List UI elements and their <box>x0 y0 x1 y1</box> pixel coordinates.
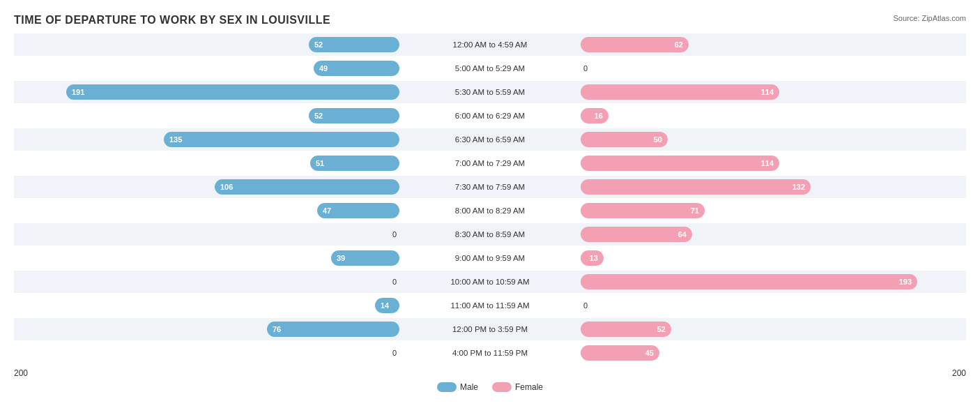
chart-container: TIME OF DEPARTURE TO WORK BY SEX IN LOUI… <box>0 0 980 415</box>
female-side: 0 <box>581 61 604 76</box>
chart-title: TIME OF DEPARTURE TO WORK BY SEX IN LOUI… <box>14 14 966 27</box>
time-label: 6:30 AM to 6:59 AM <box>399 135 581 144</box>
table-row: 04:00 PM to 11:59 PM45 <box>14 342 966 364</box>
female-value-inside: 132 <box>581 183 811 191</box>
time-label: 12:00 PM to 3:59 PM <box>399 325 581 333</box>
female-value-inside: 45 <box>581 349 659 357</box>
male-swatch <box>437 382 457 392</box>
x-axis: 200200 <box>14 365 966 378</box>
female-bar: 71 <box>581 203 705 218</box>
female-side: 132 <box>581 179 811 195</box>
male-value-inside: 52 <box>309 112 323 120</box>
male-bar: 51 <box>310 156 399 171</box>
female-side: 193 <box>581 274 917 289</box>
female-value-inside: 114 <box>581 159 779 167</box>
female-side: 13 <box>581 250 604 266</box>
male-bar: 49 <box>314 61 399 76</box>
female-value-inside: 13 <box>581 254 604 262</box>
female-side: 16 <box>581 108 608 123</box>
male-value-inside: 106 <box>215 183 233 191</box>
time-label: 4:00 PM to 11:59 PM <box>399 349 581 357</box>
time-label: 6:00 AM to 6:29 AM <box>399 112 581 120</box>
table-row: 517:00 AM to 7:29 AM114 <box>14 152 966 174</box>
female-side: 114 <box>581 84 779 100</box>
female-value-inside: 16 <box>581 112 608 120</box>
time-label: 5:30 AM to 5:59 AM <box>399 88 581 96</box>
female-bar: 114 <box>581 84 779 100</box>
male-bar: 76 <box>267 322 399 337</box>
male-side: 0 <box>376 227 399 242</box>
female-bar: 45 <box>581 345 659 361</box>
table-row: 5212:00 AM to 4:59 AM62 <box>14 33 966 56</box>
female-bar: 16 <box>581 108 608 123</box>
female-value-inside: 62 <box>581 40 689 49</box>
female-bar: 50 <box>581 132 668 147</box>
x-axis-left: 200 <box>14 368 28 378</box>
male-bar: 14 <box>375 298 399 313</box>
legend-female: Female <box>492 382 543 392</box>
table-row: 7612:00 PM to 3:59 PM52 <box>14 318 966 340</box>
female-bar: 52 <box>581 322 671 337</box>
female-side: 52 <box>581 322 671 337</box>
female-bar: 132 <box>581 179 811 195</box>
table-row: 08:30 AM to 8:59 AM64 <box>14 223 966 246</box>
source-text: Source: ZipAtlas.com <box>893 14 966 22</box>
male-bar: 191 <box>66 84 399 100</box>
time-label: 8:00 AM to 8:29 AM <box>399 206 581 215</box>
rows-wrapper: 5212:00 AM to 4:59 AM62495:00 AM to 5:29… <box>14 33 966 378</box>
female-side: 0 <box>581 298 604 313</box>
female-side: 50 <box>581 132 668 147</box>
time-label: 9:00 AM to 9:59 AM <box>399 254 581 262</box>
male-side: 49 <box>314 61 399 76</box>
male-value-inside: 39 <box>331 254 345 262</box>
table-row: 1411:00 AM to 11:59 AM0 <box>14 294 966 317</box>
table-row: 1915:30 AM to 5:59 AM114 <box>14 81 966 103</box>
table-row: 010:00 AM to 10:59 AM193 <box>14 271 966 293</box>
female-value-inside: 114 <box>581 88 779 96</box>
female-value-inside: 71 <box>581 206 705 215</box>
female-bar: 114 <box>581 156 779 171</box>
female-bar: 64 <box>581 227 692 242</box>
time-label: 10:00 AM to 10:59 AM <box>399 278 581 286</box>
male-value-inside: 14 <box>375 301 389 310</box>
male-value-inside: 49 <box>314 64 328 73</box>
male-side: 0 <box>376 274 399 289</box>
male-value: 0 <box>376 230 397 239</box>
male-value-inside: 47 <box>317 206 331 215</box>
time-label: 5:00 AM to 5:29 AM <box>399 64 581 73</box>
table-row: 399:00 AM to 9:59 AM13 <box>14 247 966 269</box>
female-bar: 13 <box>581 250 604 266</box>
male-value-inside: 51 <box>310 159 324 167</box>
time-label: 7:00 AM to 7:29 AM <box>399 159 581 167</box>
male-value: 0 <box>376 278 397 286</box>
male-value-inside: 191 <box>66 88 84 96</box>
male-side: 47 <box>317 203 399 218</box>
male-bar: 39 <box>331 250 399 266</box>
male-bar: 52 <box>309 108 399 123</box>
male-side: 52 <box>309 37 399 52</box>
male-bar: 106 <box>215 179 399 195</box>
table-row: 1067:30 AM to 7:59 AM132 <box>14 176 966 198</box>
male-value: 0 <box>376 349 397 357</box>
table-row: 526:00 AM to 6:29 AM16 <box>14 105 966 127</box>
female-side: 45 <box>581 345 659 361</box>
male-side: 191 <box>66 84 399 100</box>
legend: Male Female <box>14 382 966 392</box>
male-side: 106 <box>215 179 399 195</box>
female-swatch <box>492 382 512 392</box>
x-axis-right: 200 <box>952 368 966 378</box>
male-bar: 52 <box>309 37 399 52</box>
female-bar: 62 <box>581 37 689 52</box>
male-value-inside: 135 <box>164 135 182 144</box>
legend-male: Male <box>437 382 478 392</box>
female-side: 71 <box>581 203 705 218</box>
female-bar: 193 <box>581 274 917 289</box>
time-label: 7:30 AM to 7:59 AM <box>399 183 581 191</box>
female-value-inside: 52 <box>581 325 671 333</box>
legend-female-label: Female <box>515 382 543 392</box>
male-bar: 47 <box>317 203 399 218</box>
legend-male-label: Male <box>460 382 478 392</box>
female-side: 114 <box>581 156 779 171</box>
female-side: 62 <box>581 37 689 52</box>
female-value-inside: 64 <box>581 230 692 239</box>
